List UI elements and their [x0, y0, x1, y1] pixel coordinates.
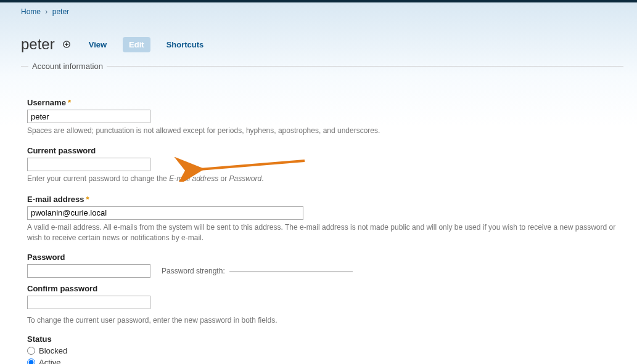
password-row: Password strength:: [27, 264, 617, 278]
email-label: E-mail address*: [27, 195, 617, 204]
email-input[interactable]: [27, 206, 303, 220]
current-password-desc-em2: Password: [229, 174, 262, 183]
username-input[interactable]: [27, 110, 150, 123]
status-blocked-option[interactable]: Blocked: [27, 346, 617, 355]
username-field-wrapper: Username* Spaces are allowed; punctuatio…: [27, 98, 617, 136]
account-info-fieldset: Account information Username* Spaces are…: [21, 62, 623, 364]
status-field-wrapper: Status Blocked Active: [27, 334, 617, 364]
username-description: Spaces are allowed; punctuation is not a…: [27, 126, 617, 136]
confirm-password-input[interactable]: [27, 296, 150, 309]
current-password-label: Current password: [27, 146, 617, 155]
password-label: Password: [27, 253, 617, 262]
required-icon: *: [84, 195, 89, 204]
current-password-desc-em1: E-mail address: [169, 174, 218, 183]
username-label: Username*: [27, 98, 617, 107]
page: Home › peter peter View Edit Shortcuts A…: [0, 0, 637, 364]
tab-shortcuts[interactable]: Shortcuts: [160, 37, 210, 52]
current-password-description: Enter your current password to change th…: [27, 174, 617, 184]
fieldset-legend: Account information: [28, 62, 107, 71]
breadcrumb-current-link[interactable]: peter: [52, 7, 69, 16]
required-icon: *: [66, 98, 71, 107]
tab-edit[interactable]: Edit: [123, 37, 150, 52]
page-header: peter View Edit Shortcuts: [0, 20, 637, 62]
status-active-radio[interactable]: [27, 358, 35, 364]
username-label-text: Username: [27, 98, 66, 107]
add-shortcut-icon[interactable]: [62, 40, 72, 49]
breadcrumb: Home › peter: [0, 2, 637, 20]
email-field-wrapper: E-mail address* A valid e-mail address. …: [27, 195, 617, 244]
confirm-password-field-wrapper: Confirm password To change the current u…: [27, 284, 617, 326]
current-password-desc-suffix: .: [261, 174, 263, 183]
tab-view[interactable]: View: [83, 37, 113, 52]
password-strength-bar: [229, 271, 353, 272]
page-title: peter: [21, 36, 55, 53]
password-input[interactable]: [27, 264, 150, 278]
password-strength-label: Password strength:: [162, 267, 225, 275]
content: Account information Username* Spaces are…: [0, 62, 637, 364]
current-password-desc-prefix: Enter your current password to change th…: [27, 174, 169, 183]
confirm-password-label: Confirm password: [27, 284, 617, 293]
password-field-wrapper: Password Password strength:: [27, 253, 617, 278]
current-password-field-wrapper: Current password Enter your current pass…: [27, 146, 617, 184]
status-blocked-label: Blocked: [39, 346, 67, 355]
status-label: Status: [27, 334, 617, 344]
current-password-desc-mid: or: [218, 174, 229, 183]
confirm-password-description: To change the current user password, ent…: [27, 315, 617, 326]
status-active-option[interactable]: Active: [27, 358, 617, 364]
breadcrumb-separator-icon: ›: [43, 7, 50, 16]
breadcrumb-home-link[interactable]: Home: [21, 7, 41, 16]
status-active-label: Active: [39, 358, 60, 364]
email-description: A valid e-mail address. All e-mails from…: [27, 222, 617, 244]
status-blocked-radio[interactable]: [27, 347, 35, 355]
email-label-text: E-mail address: [27, 195, 84, 204]
password-strength-wrapper: Password strength:: [162, 266, 353, 275]
primary-tabs: View Edit Shortcuts: [83, 37, 210, 52]
current-password-input[interactable]: [27, 158, 150, 171]
